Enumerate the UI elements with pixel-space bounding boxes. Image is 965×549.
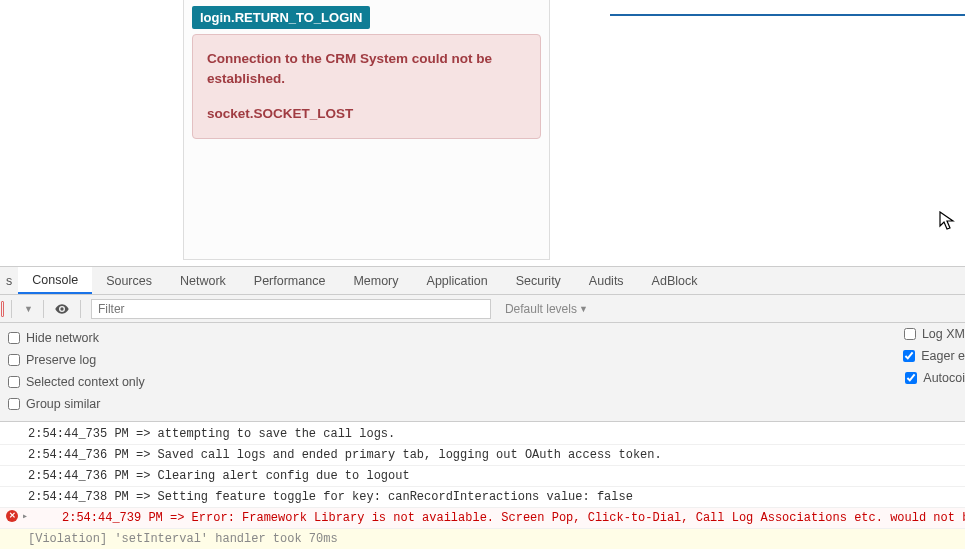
log-entry: 2:54:44_736 PM => Saved call logs and en… [0,445,965,466]
connection-error-alert: Connection to the CRM System could not b… [192,34,541,139]
error-icon [6,510,18,522]
preserve-log-label: Preserve log [26,353,96,367]
tab-security[interactable]: Security [502,267,575,294]
option-autoco[interactable]: Autocoi [905,371,965,385]
selected-context-checkbox[interactable] [8,376,20,388]
devtools-panel: s Console Sources Network Performance Me… [0,266,965,549]
tab-performance[interactable]: Performance [240,267,340,294]
log-entry: 2:54:44_735 PM => attempting to save the… [0,424,965,445]
tab-sources[interactable]: Sources [92,267,166,294]
autoco-checkbox[interactable] [905,372,917,384]
hide-network-label: Hide network [26,331,99,345]
chevron-down-icon: ▼ [24,304,33,314]
expand-arrow-icon[interactable]: ▸ [22,509,28,524]
group-similar-label: Group similar [26,397,100,411]
console-log: 2:54:44_735 PM => attempting to save the… [0,422,965,549]
console-options: Hide network Log XM Preserve log Eager e… [0,323,965,422]
hide-network-checkbox[interactable] [8,332,20,344]
eager-e-label: Eager e [921,349,965,363]
error-text: 2:54:44_739 PM => Error: Framework Libra… [28,509,965,527]
log-xm-checkbox[interactable] [904,328,916,340]
eye-icon[interactable] [48,301,76,317]
tab-audits[interactable]: Audits [575,267,638,294]
tab-network[interactable]: Network [166,267,240,294]
context-dropdown[interactable]: ▼ [16,304,39,314]
tab-adblock[interactable]: AdBlock [638,267,712,294]
tab-console[interactable]: Console [18,267,92,294]
option-group-similar[interactable]: Group similar [8,397,100,411]
option-preserve-log[interactable]: Preserve log [8,353,96,367]
filter-input[interactable] [91,299,491,319]
cursor-icon [939,211,955,236]
log-xm-label: Log XM [922,327,965,341]
log-entry-error: ▸ 2:54:44_739 PM => Error: Framework Lib… [0,508,965,529]
tab-memory[interactable]: Memory [339,267,412,294]
option-hide-network[interactable]: Hide network [8,331,99,345]
login-panel: login.RETURN_TO_LOGIN Connection to the … [183,0,550,260]
application-viewport: login.RETURN_TO_LOGIN Connection to the … [0,0,965,266]
alert-code: socket.SOCKET_LOST [207,104,526,124]
group-similar-checkbox[interactable] [8,398,20,410]
option-eager-e[interactable]: Eager e [903,349,965,363]
console-toolbar: ▼ Default levels ▼ [0,295,965,323]
preserve-log-checkbox[interactable] [8,354,20,366]
option-log-xm[interactable]: Log XM [904,327,965,341]
log-levels-label: Default levels [505,302,577,316]
context-indicator[interactable] [1,301,4,317]
eager-e-checkbox[interactable] [903,350,915,362]
alert-message: Connection to the CRM System could not b… [207,49,526,88]
chevron-down-icon: ▼ [579,304,588,314]
log-entry-violation: [Violation] 'setInterval' handler took 7… [0,529,965,549]
log-entry: 2:54:44_738 PM => Setting feature toggle… [0,487,965,508]
return-to-login-button[interactable]: login.RETURN_TO_LOGIN [192,6,370,29]
toolbar-divider [11,300,12,318]
tab-elements-truncated[interactable]: s [0,267,18,294]
divider-line [610,14,965,16]
option-selected-context[interactable]: Selected context only [8,375,145,389]
log-levels-dropdown[interactable]: Default levels ▼ [497,302,596,316]
toolbar-divider [43,300,44,318]
log-entry: 2:54:44_736 PM => Clearing alert config … [0,466,965,487]
autoco-label: Autocoi [923,371,965,385]
selected-context-label: Selected context only [26,375,145,389]
tab-application[interactable]: Application [413,267,502,294]
devtools-tabs: s Console Sources Network Performance Me… [0,267,965,295]
toolbar-divider [80,300,81,318]
